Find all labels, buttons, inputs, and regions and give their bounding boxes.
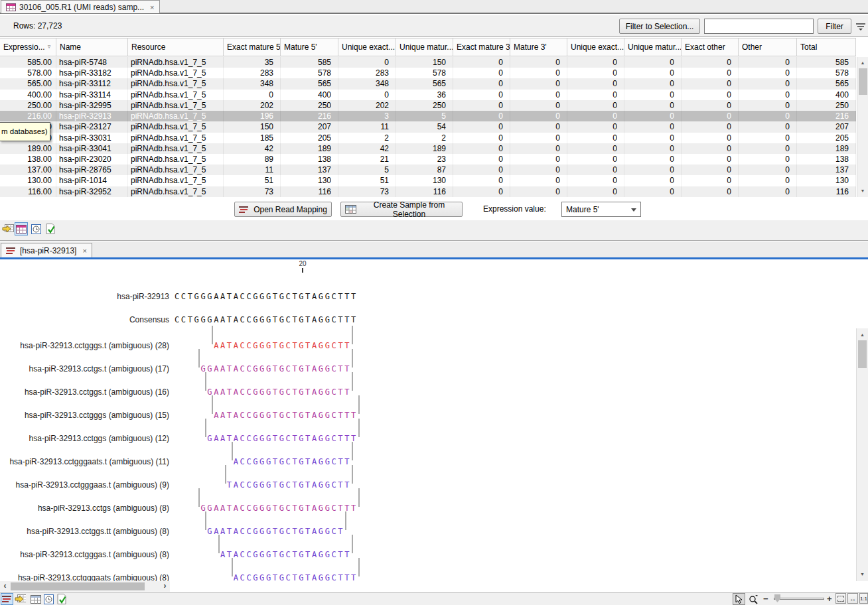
alignment-vertical-scrollbar[interactable]: ▲ ▼ <box>856 328 868 581</box>
table-row[interactable]: 250.00hsa-piR-32995piRNAdb.hsa.v1_7_5202… <box>0 100 856 111</box>
read-end-marker <box>198 349 200 368</box>
column-header[interactable]: Resource <box>128 38 224 56</box>
marquee-zoom-button[interactable] <box>835 593 846 604</box>
alignment-read-row[interactable]: hsa-piR-32913.cctgggs.t (ambiguous) (28)… <box>0 340 856 352</box>
table-cell: 137 <box>797 165 856 175</box>
column-header[interactable]: Exact other <box>682 38 739 56</box>
alignment-read-row[interactable]: hsa-piR-32913.cctggs.tt (ambiguous) (8)G… <box>0 525 856 537</box>
create-sample-from-selection-button[interactable]: Create Sample from Selection <box>340 202 463 217</box>
table-cell: 150 <box>224 121 281 132</box>
column-header[interactable]: Unique matur... <box>396 38 453 56</box>
table-row[interactable]: 578.00hsa-piR-33182piRNAdb.hsa.v1_7_5283… <box>0 68 856 78</box>
table-row[interactable]: 216.00hsa-piR-32913piRNAdb.hsa.v1_7_5196… <box>0 111 856 121</box>
scroll-up-icon[interactable]: ▲ <box>857 330 868 340</box>
sequence-label: hsa-piR-32913.cctgggas.t (ambiguous) (8) <box>0 549 169 561</box>
column-header[interactable]: Name <box>56 38 128 56</box>
table-cell: 578 <box>396 68 453 78</box>
column-header[interactable]: Unique matur... <box>624 38 682 56</box>
column-header[interactable]: Mature 5' <box>281 38 338 56</box>
scroll-down-icon[interactable]: ▼ <box>857 569 868 580</box>
table-row[interactable]: 207.00hsa-piR-23127piRNAdb.hsa.v1_7_5150… <box>0 121 856 132</box>
table-row[interactable]: 116.00hsa-piR-32952piRNAdb.hsa.v1_7_5731… <box>0 186 856 197</box>
table-vertical-scrollbar[interactable]: ▲ ▼ <box>857 57 868 197</box>
history-clock-button[interactable] <box>42 593 55 605</box>
table-view-button[interactable] <box>15 222 28 235</box>
column-header-label: Total <box>800 42 817 52</box>
table-row[interactable]: 189.00hsa-piR-33041piRNAdb.hsa.v1_7_5421… <box>0 143 856 154</box>
export-table-view-button[interactable] <box>1 222 15 235</box>
scrollbar-thumb[interactable] <box>11 582 145 590</box>
column-header[interactable]: Exact mature 5' <box>224 38 281 56</box>
table-cell: piRNAdb.hsa.v1_7_5 <box>128 143 224 154</box>
fit-width-button[interactable]: ↔ <box>847 593 858 604</box>
open-read-mapping-button[interactable]: Open Read Mapping <box>234 202 332 217</box>
table-row[interactable]: 400.00hsa-piR-33114piRNAdb.hsa.v1_7_5040… <box>0 90 856 100</box>
column-header[interactable]: Unique exact... <box>567 38 624 56</box>
scroll-down-icon[interactable]: ▼ <box>857 186 868 196</box>
zoom-out-icon[interactable]: − <box>763 594 768 604</box>
scroll-left-icon[interactable]: ‹ <box>0 581 10 592</box>
scrollbar-thumb[interactable] <box>859 68 867 95</box>
read-mapping-view-button[interactable] <box>1 593 13 605</box>
scrollbar-thumb[interactable] <box>858 340 867 368</box>
zoom-100-button[interactable]: 1:1 <box>859 593 868 604</box>
table-cell: 0 <box>510 165 567 175</box>
alignment-read-row[interactable]: hsa-piR-32913.cctgggs (ambiguous) (15)AA… <box>0 409 856 421</box>
sequence-label: hsa-piR-32913.cctgggaats (ambiguous) (8) <box>0 572 169 581</box>
alignment-read-row[interactable]: hsa-piR-32913.cctgggaats.t (ambiguous) (… <box>0 456 856 468</box>
table-cell: 150 <box>396 57 453 68</box>
alignment-read-row[interactable]: hsa-piR-32913.cctggs (ambiguous) (12)GAA… <box>0 433 856 444</box>
alignment-read-row[interactable]: hsa-piR-32913.cctgggaas.t (ambiguous) (9… <box>0 479 856 491</box>
read-end-marker <box>345 511 346 530</box>
table-row[interactable]: 138.00hsa-piR-23020piRNAdb.hsa.v1_7_5891… <box>0 154 856 165</box>
alignment-read-row[interactable]: hsa-piR-32913.cctgggaats (ambiguous) (8)… <box>0 572 856 581</box>
close-icon[interactable]: × <box>82 247 86 255</box>
scroll-right-icon[interactable]: › <box>160 581 170 592</box>
expression-value-select[interactable]: Mature 5' <box>561 202 641 217</box>
column-header[interactable]: Mature 3' <box>510 38 567 56</box>
alignment-read-row[interactable]: hsa-piR-32913.cctgs (ambiguous) (8)GGAAT… <box>0 502 856 514</box>
alignment-read-row[interactable]: hsa-piR-32913.cctggs.t (ambiguous) (16)G… <box>0 386 856 398</box>
table-cell: 0 <box>624 133 682 143</box>
table-row[interactable]: 137.00hsa-piR-28765piRNAdb.hsa.v1_7_5111… <box>0 165 856 175</box>
column-header[interactable]: Unique exact... <box>338 38 396 56</box>
column-header[interactable]: Exact mature 3' <box>453 38 510 56</box>
close-icon[interactable]: × <box>150 3 154 11</box>
alignment-read-row[interactable]: hsa-piR-32913.cctgs.t (ambiguous) (17)GG… <box>0 363 856 375</box>
sequence-text: ACCGGGTGCTGTAGGCTT <box>234 456 351 468</box>
tab-read-mapping[interactable]: [hsa-piR-32913] × <box>1 243 92 257</box>
zoom-tool-button[interactable] <box>747 593 760 605</box>
table-view-button[interactable] <box>29 593 42 605</box>
sequence-text: TACCGGGTGCTGTAGGCTT <box>227 479 351 491</box>
column-header[interactable]: Expressio...▿ <box>0 38 56 56</box>
table-cell: 189 <box>396 143 453 154</box>
zoom-slider-track[interactable] <box>774 598 824 600</box>
scroll-up-icon[interactable]: ▲ <box>857 58 868 68</box>
element-info-check-button[interactable] <box>56 593 68 605</box>
filter-button[interactable]: Filter <box>818 19 851 34</box>
zoom-in-icon[interactable]: + <box>827 594 832 604</box>
table-row[interactable]: 565.00hsa-piR-33112piRNAdb.hsa.v1_7_5348… <box>0 78 856 89</box>
filter-to-selection-button[interactable]: Filter to Selection... <box>619 19 700 34</box>
advanced-filter-icon[interactable] <box>855 21 866 32</box>
table-cell: 0 <box>567 68 624 78</box>
filter-input[interactable] <box>704 19 814 34</box>
tab-expression-table[interactable]: 30106_005.R1 (UMI reads) samp... × <box>1 0 160 13</box>
table-row[interactable]: 130.00hsa-piR-1014piRNAdb.hsa.v1_7_55113… <box>0 175 856 186</box>
table-row[interactable]: 585.00hsa-piR-5748piRNAdb.hsa.v1_7_53558… <box>0 57 856 68</box>
top-tab-bar: 30106_005.R1 (UMI reads) samp... × <box>0 0 868 14</box>
table-cell: hsa-piR-33031 <box>56 133 128 143</box>
table-row[interactable]: 205.00hsa-piR-33031piRNAdb.hsa.v1_7_5185… <box>0 133 856 143</box>
ruler-tick-label: 20 <box>295 260 310 267</box>
history-clock-button[interactable] <box>29 222 42 235</box>
marquee-zoom-icon <box>837 596 844 602</box>
export-table-view-button[interactable] <box>14 593 27 605</box>
selection-cursor-button[interactable] <box>733 593 745 605</box>
ruler-tick-mark <box>302 268 303 273</box>
alignment-horizontal-scrollbar[interactable]: ‹ › <box>0 581 170 592</box>
alignment-read-row[interactable]: hsa-piR-32913.cctgggas.t (ambiguous) (8)… <box>0 549 856 561</box>
element-info-check-button[interactable] <box>44 222 57 235</box>
column-header[interactable]: Other <box>739 38 797 56</box>
column-header[interactable]: Total <box>797 38 856 56</box>
table-cell: 130.00 <box>0 175 56 186</box>
